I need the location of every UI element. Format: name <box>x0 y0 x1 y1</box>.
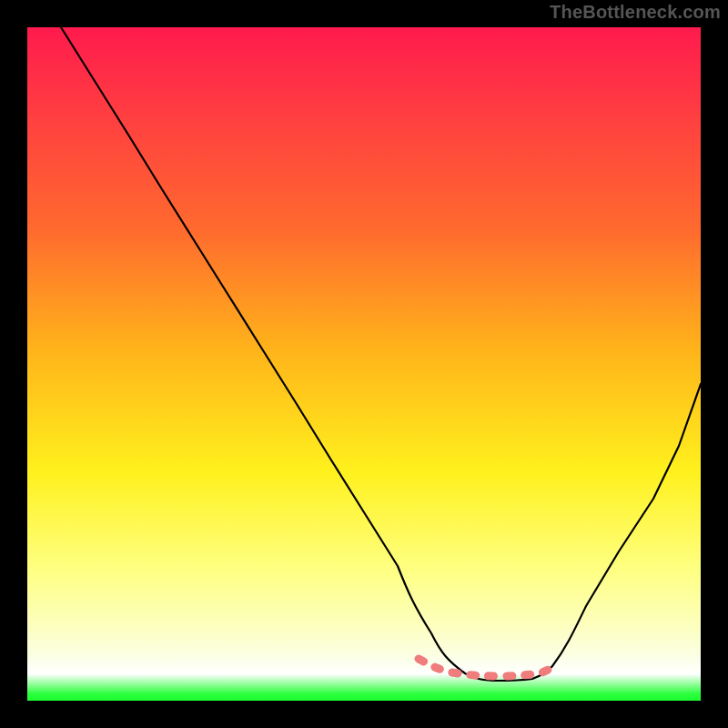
plot-area <box>27 27 701 701</box>
chart-frame: TheBottleneck.com <box>0 0 728 728</box>
bottleneck-curve <box>61 27 701 681</box>
highlight-band <box>419 659 554 676</box>
curve-layer <box>27 27 701 701</box>
watermark-text: TheBottleneck.com <box>550 2 721 23</box>
